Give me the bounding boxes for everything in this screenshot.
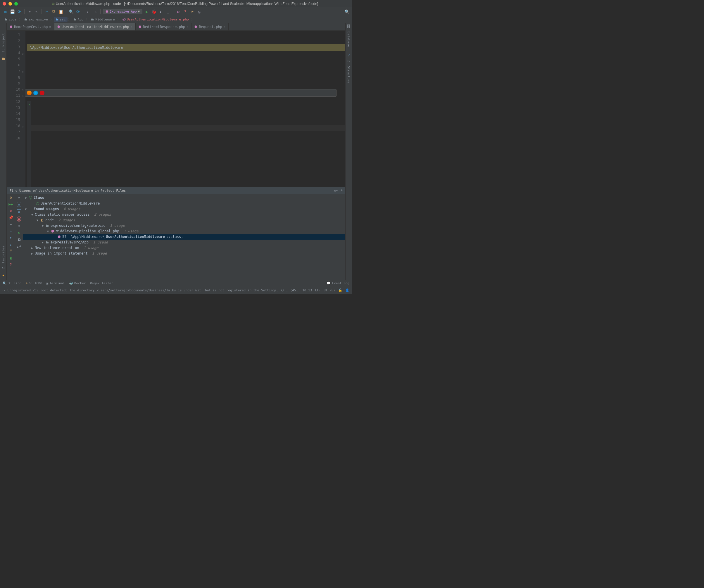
undo-icon[interactable]: ↶ <box>27 9 32 14</box>
namespace-banner: \App\Middleware\UserAuthenticationMiddle… <box>27 44 345 52</box>
favorites-tool-icon[interactable]: ★ <box>2 273 5 277</box>
expand-icon[interactable]: ⊞ <box>18 224 20 228</box>
cut-icon[interactable]: ✂ <box>44 9 49 14</box>
forward-icon[interactable]: → <box>93 9 98 14</box>
database-tool-tab[interactable]: Database <box>346 30 351 48</box>
debug-icon[interactable]: 🐞 <box>151 9 157 14</box>
database-tool-icon[interactable]: 🗄 <box>347 24 351 28</box>
scroll-source-icon[interactable]: ⧉ <box>18 237 20 242</box>
settings-icon[interactable]: ⚙ <box>175 9 181 14</box>
open-icon[interactable]: ▭ <box>3 9 8 14</box>
code-editor[interactable]: 123456789101112131415161718 ⊟ ⊟ ⊟⊟ ⊟ \Ap… <box>7 31 345 187</box>
browser-preview[interactable] <box>25 89 337 97</box>
help-icon[interactable]: ? <box>182 9 188 14</box>
group-package-icon[interactable]: ◉ <box>17 209 21 214</box>
coverage-icon[interactable]: ▸ <box>158 9 164 14</box>
listen-debug-icon[interactable]: ☀ <box>189 9 195 14</box>
structure-tool-tab[interactable]: Z: Structure <box>346 59 351 84</box>
terminal-tool-tab[interactable]: ▣Terminal <box>46 281 65 285</box>
find-tree[interactable]: ▼ⒸClass ⒸUserAuthenticationMiddleware ▼F… <box>23 194 345 280</box>
group-usage-icon[interactable]: ◉ <box>17 216 21 221</box>
close-tab-icon[interactable]: ✕ <box>186 25 188 28</box>
close-tab-icon[interactable]: ✕ <box>224 25 225 28</box>
project-tool-tab[interactable]: 1: Project <box>1 32 6 54</box>
tab-redirect[interactable]: ⬢RedirectResponse.php✕ <box>136 23 192 30</box>
replace-icon[interactable]: ⟳ <box>75 9 81 14</box>
crumb-src[interactable]: 🖿src <box>54 17 67 22</box>
profile-icon[interactable]: ⬚ <box>165 9 170 14</box>
run-anything-icon[interactable]: ◎ <box>196 9 202 14</box>
back-icon[interactable]: ← <box>86 9 91 14</box>
find-icon[interactable]: 🔍 <box>68 9 74 14</box>
structure-tool-icon[interactable]: ⑂ <box>348 53 350 57</box>
help-icon[interactable]: ? <box>10 262 12 267</box>
window-title: UserAuthenticationMiddleware.php - code … <box>56 2 318 6</box>
event-log-tab[interactable]: 💬Event Log <box>327 281 349 285</box>
settings-icon[interactable]: ⚙ <box>10 195 12 200</box>
copy-icon[interactable]: ⧉ <box>51 9 56 14</box>
find-usages-panel: Find Usages of UserAuthenticationMiddlew… <box>7 187 345 280</box>
todo-tool-tab[interactable]: ✎6: TODO <box>25 281 42 285</box>
run-configuration-dropdown[interactable]: ⬢Expressive App▼ <box>103 9 142 14</box>
hide-tools-icon[interactable]: ▭ <box>3 288 5 292</box>
rerun-icon[interactable]: ▶▶ <box>8 202 13 206</box>
encoding[interactable]: UTF-8⇕ <box>324 288 335 292</box>
gear-icon[interactable]: ⚙▾ <box>334 189 338 193</box>
bottom-toolbar: 🔍3: Find ✎6: TODO ▣Terminal 🐳Docker Rege… <box>0 280 352 287</box>
opera-icon[interactable] <box>40 90 45 95</box>
tab-userauth[interactable]: ⬢UserAuthenticationMiddleware.php✕ <box>54 23 136 30</box>
crumb-code[interactable]: 🖿code <box>3 17 18 22</box>
regex-tool-tab[interactable]: Regex Tester <box>90 281 113 285</box>
cursor-position[interactable]: 10:13 <box>302 288 312 292</box>
find-tool-tab[interactable]: 🔍3: Find <box>3 281 21 285</box>
line-separator[interactable]: LF⇕ <box>315 288 321 292</box>
redo-icon[interactable]: ↷ <box>34 9 39 14</box>
up-icon[interactable]: ↑ <box>10 236 12 240</box>
save-icon[interactable]: 💾 <box>10 9 15 14</box>
prev-icon[interactable]: ← <box>10 222 12 226</box>
collapse-icon[interactable]: ↻ <box>18 231 20 235</box>
paste-icon[interactable]: 📋 <box>58 9 63 14</box>
close-icon[interactable]: ✕ <box>10 209 12 213</box>
sort-icon[interactable]: ↓ᴬ <box>17 244 21 249</box>
main-toolbar: ▭ 💾 ⟳ ↶ ↷ ✂ ⧉ 📋 🔍 ⟳ ← → ⬢Expressive App▼… <box>0 7 352 16</box>
close-window-icon[interactable] <box>3 2 6 6</box>
close-tab-icon[interactable]: ✕ <box>131 25 132 28</box>
down-icon[interactable]: ↓ <box>10 242 12 247</box>
crumb-app[interactable]: 🖿App <box>72 17 85 22</box>
tab-request[interactable]: ⬢Request.php✕ <box>191 23 229 30</box>
breadcrumb: 🖿code〉 🖿expressive〉 🖿src〉 🖿App〉 🖿Middlew… <box>0 16 352 23</box>
crumb-file[interactable]: ⒸUserAuthenticationMiddleware.php <box>121 17 191 22</box>
pin-icon[interactable]: ᚆ <box>341 189 342 193</box>
find-header: Find Usages of UserAuthenticationMiddlew… <box>10 189 126 193</box>
fold-gutter[interactable]: ⊟ ⊟ ⊟⊟ ⊟ <box>22 31 25 187</box>
preview-icon[interactable]: ▣ <box>10 256 12 260</box>
find-toolbar-left: ⚙ ▶▶ ✕ 📌 ← ⤓ ↑ ↓ ⤒ ▣ ? <box>7 194 15 280</box>
editor-tabs: ⬢HomePageCest.php✕ ⬢UserAuthenticationMi… <box>7 23 345 31</box>
run-icon[interactable]: ▶ <box>144 9 150 14</box>
pin-icon[interactable]: 📌 <box>8 215 13 220</box>
filter-icon[interactable]: ▽ <box>18 195 20 200</box>
export-icon[interactable]: ⤓ <box>9 229 13 233</box>
docker-tool-tab[interactable]: 🐳Docker <box>69 281 86 285</box>
favorites-tool-tab[interactable]: 2: Favorites <box>1 245 6 270</box>
close-tab-icon[interactable]: ✕ <box>49 25 51 28</box>
firefox-icon[interactable] <box>27 90 32 95</box>
maximize-window-icon[interactable] <box>14 2 18 6</box>
autoscroll-icon[interactable]: ⤒ <box>9 249 13 253</box>
project-tool-icon[interactable]: 🖿 <box>1 56 5 61</box>
minimize-window-icon[interactable] <box>8 2 12 6</box>
find-usage-selected[interactable]: ⬢57 \App\Middleware\UserAuthenticationMi… <box>23 234 345 240</box>
line-gutter: 123456789101112131415161718 <box>7 31 22 187</box>
search-everywhere-icon[interactable]: 🔍 <box>344 9 349 14</box>
status-bar: ▭ Unregistered VCS root detected: The di… <box>0 287 352 294</box>
safari-icon[interactable] <box>33 90 38 95</box>
crumb-expressive[interactable]: 🖿expressive <box>22 17 50 22</box>
readonly-icon[interactable]: 🔓 <box>338 288 342 292</box>
group-module-icon[interactable]: ▭ <box>17 202 21 207</box>
crumb-middleware[interactable]: 🖿Middleware <box>89 17 116 22</box>
tab-homepagecest[interactable]: ⬢HomePageCest.php✕ <box>7 23 54 30</box>
inspection-icon[interactable]: 👤 <box>345 288 349 292</box>
error-stripe[interactable]: ✔ <box>27 101 31 187</box>
sync-icon[interactable]: ⟳ <box>17 9 22 14</box>
